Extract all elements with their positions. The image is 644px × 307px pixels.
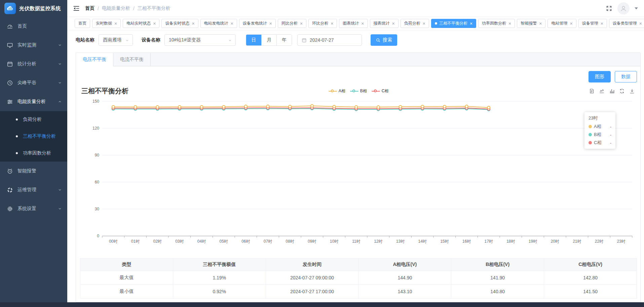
sidebar-item-label: 尖峰平谷	[17, 80, 58, 86]
svg-text:07时: 07时	[264, 239, 272, 244]
svg-text:09时: 09时	[308, 239, 316, 244]
sidebar-item-statistics[interactable]: 统计分析	[0, 55, 67, 73]
sidebar-subitem-power-factor[interactable]: 功率因数分析	[0, 145, 67, 162]
nav-tab[interactable]: 智能报警×	[517, 19, 545, 28]
dashboard-icon	[7, 23, 13, 30]
svg-text:11时: 11时	[352, 239, 360, 244]
nav-tab[interactable]: 首页	[75, 19, 90, 28]
breadcrumb-separator: /	[133, 6, 135, 11]
period-button[interactable]: 月	[261, 35, 276, 45]
subtab[interactable]: 电流不平衡	[113, 53, 151, 66]
sidebar-subitem-three-phase-unbalance[interactable]: 三相不平衡分析	[0, 128, 67, 145]
nav-tab[interactable]: 实时数据×	[92, 19, 121, 28]
device-select[interactable]: 10#站1#逆变器	[164, 34, 236, 46]
close-icon[interactable]: ×	[508, 21, 511, 26]
svg-text:60: 60	[95, 180, 100, 184]
nav-tab[interactable]: 报表统计×	[370, 19, 399, 28]
period-button[interactable]: 年	[276, 35, 292, 45]
restore-icon[interactable]	[619, 88, 625, 94]
chart-view-button[interactable]: 图形	[589, 71, 611, 82]
station-select[interactable]: 西南雁塔	[99, 34, 133, 46]
nav-tab[interactable]: 设备类型管理×	[609, 19, 644, 28]
line-chart-icon[interactable]	[599, 88, 605, 94]
breadcrumb-item[interactable]: 首页	[85, 5, 94, 11]
close-icon[interactable]: ×	[192, 21, 194, 26]
close-icon[interactable]: ×	[639, 21, 642, 26]
legend-item[interactable]: A相	[329, 88, 345, 94]
sidebar-item-realtime-monitor[interactable]: 实时监测	[0, 36, 67, 55]
table-row: 最小值0.92%2024-07-27 17:00:00143.10140.801…	[80, 285, 637, 299]
svg-text:30: 30	[95, 207, 100, 211]
close-icon[interactable]: ×	[153, 21, 156, 26]
active-dot-icon	[435, 22, 437, 25]
nav-tab[interactable]: 电站发电统计×	[200, 19, 237, 28]
breadcrumb-item: 三相不平衡分析	[138, 5, 171, 11]
sidebar-item-power-quality[interactable]: 电能质量分析	[0, 92, 67, 111]
close-icon[interactable]: ×	[601, 21, 603, 26]
close-icon[interactable]: ×	[361, 21, 364, 26]
legend-item[interactable]: C相	[372, 88, 389, 94]
nav-tab[interactable]: 设备管理×	[578, 19, 607, 28]
sidebar-collapse-icon[interactable]	[73, 5, 80, 12]
sidebar-item-home[interactable]: 首页	[0, 17, 67, 36]
sidebar-item-label: 智能报警	[17, 168, 62, 174]
chevron-down-icon	[58, 81, 62, 85]
nav-tab[interactable]: 电站管理×	[547, 19, 576, 28]
user-avatar[interactable]	[617, 2, 630, 14]
sidebar-menu: 首页实时监测统计分析尖峰平谷电能质量分析负荷分析三相不平衡分析功率因数分析智能报…	[0, 17, 67, 218]
device-select-value: 10#站1#逆变器	[169, 37, 201, 43]
chart-tooltip: 23时 A相-B相-C相-	[584, 112, 615, 149]
table-cell: 144.90	[358, 271, 451, 285]
nav-tab[interactable]: 环比分析×	[308, 19, 337, 28]
close-icon[interactable]: ×	[470, 21, 472, 26]
subtab[interactable]: 电压不平衡	[76, 53, 113, 66]
nav-tab-label: 功率因数分析	[482, 21, 506, 26]
close-icon[interactable]: ×	[231, 21, 233, 26]
bullet-icon	[16, 118, 18, 121]
cloud-bolt-logo-icon	[4, 3, 16, 14]
app-layout: 光伏数据监控系统 首页实时监测统计分析尖峰平谷电能质量分析负荷分析三相不平衡分析…	[0, 0, 644, 302]
fullscreen-icon[interactable]	[606, 5, 612, 12]
breadcrumb-item[interactable]: 电能质量分析	[102, 5, 130, 11]
chevron-down-icon[interactable]	[635, 7, 638, 9]
close-icon[interactable]: ×	[570, 21, 572, 26]
legend-item[interactable]: B相	[350, 88, 367, 94]
chevron-down-icon	[58, 43, 62, 47]
close-icon[interactable]: ×	[392, 21, 395, 26]
sidebar-item-label: 首页	[17, 23, 62, 29]
close-icon[interactable]: ×	[269, 21, 272, 26]
nav-tab[interactable]: 设备实时状态×	[161, 19, 198, 28]
close-icon[interactable]: ×	[423, 21, 425, 26]
close-icon[interactable]: ×	[300, 21, 303, 26]
table-cell: 最大值	[80, 271, 173, 285]
nav-tab[interactable]: 功率因数分析×	[478, 19, 515, 28]
close-icon[interactable]: ×	[539, 21, 542, 26]
download-icon[interactable]	[629, 88, 635, 94]
data-view-icon[interactable]	[589, 88, 595, 94]
date-picker[interactable]: 2024-07-27	[297, 34, 362, 46]
gear-icon	[7, 206, 13, 212]
period-button[interactable]: 日	[246, 35, 261, 45]
line-chart: 030609012015000时01时02时03时04时05时06时07时08时…	[80, 97, 637, 249]
bar-chart-icon[interactable]	[609, 88, 615, 94]
nav-tab[interactable]: 图表统计×	[339, 19, 368, 28]
sidebar-subitem-load-analysis[interactable]: 负荷分析	[0, 111, 67, 128]
sidebar-item-smart-alarm[interactable]: 智能报警	[0, 162, 67, 180]
open-tabs-bar: 首页实时数据×电站实时状态×设备实时状态×电站发电统计×设备发电统计×同比分析×…	[67, 17, 644, 30]
sidebar-item-peak-valley[interactable]: 尖峰平谷	[0, 73, 67, 92]
chevron-down-icon	[58, 188, 62, 192]
nav-tab[interactable]: 设备发电统计×	[239, 19, 276, 28]
data-view-button[interactable]: 数据	[615, 71, 637, 82]
sidebar-item-system-settings[interactable]: 系统设置	[0, 199, 67, 218]
nav-tab[interactable]: 同比分析×	[278, 19, 306, 28]
nav-tab[interactable]: 负荷分析×	[401, 19, 429, 28]
search-button[interactable]: 搜索	[371, 34, 397, 46]
nav-tab[interactable]: 三相不平衡分析×	[431, 19, 476, 28]
svg-text:04时: 04时	[197, 239, 206, 244]
nav-tab[interactable]: 电站实时状态×	[123, 19, 159, 28]
close-icon[interactable]: ×	[331, 21, 333, 26]
sidebar-item-ops-management[interactable]: 运维管理	[0, 180, 67, 199]
close-icon[interactable]: ×	[114, 21, 117, 26]
tooltip-series-value: -	[610, 140, 611, 145]
table-cell: 140.80	[451, 285, 544, 299]
